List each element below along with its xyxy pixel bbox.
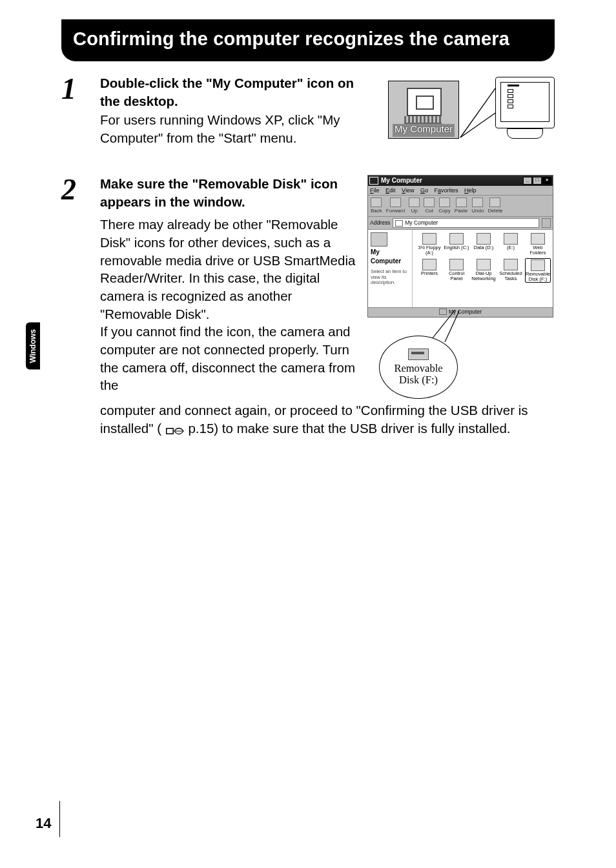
callout-line2: Disk (F:) xyxy=(399,374,438,386)
step-2-para2c: p.15) to make sure that the USB driver i… xyxy=(188,421,510,436)
dialup-icon xyxy=(477,259,491,270)
explorer-items-grid: 3½ Floppy (A:) English (C:) Data (D:) (E… xyxy=(413,230,553,307)
removable-icon xyxy=(531,259,545,271)
toolbar-delete[interactable]: Delete xyxy=(488,197,502,215)
window-close-button[interactable]: × xyxy=(542,177,551,185)
step-1-body: For users running Windows XP, click "My … xyxy=(100,112,340,145)
explorer-toolbar: Back Forward Up Cut Copy Paste Undo Dele… xyxy=(368,196,553,217)
step-2: 2 Make sure the "Removable Disk" icon ap… xyxy=(61,175,555,437)
toolbar-up[interactable]: Up xyxy=(409,197,420,215)
drive-d[interactable]: Data (D:) xyxy=(471,232,497,257)
cpanel-icon xyxy=(449,259,464,270)
step-1: 1 Double-click the "My Computer" icon on… xyxy=(61,74,555,152)
toolbar-back[interactable]: Back xyxy=(371,197,382,215)
removable-disk-icon xyxy=(408,348,429,360)
explorer-menubar[interactable]: FFileile Edit View Go Favorites Help xyxy=(368,186,553,196)
toolbar-copy[interactable]: Copy xyxy=(438,197,451,215)
page-number: 14 xyxy=(36,815,51,832)
explorer-title-text: My Computer xyxy=(381,176,422,185)
printer-icon xyxy=(422,259,436,270)
step-2-number: 2 xyxy=(61,175,91,437)
step-1-number: 1 xyxy=(61,74,91,152)
callout-wrap: Removable Disk (F:) xyxy=(367,323,555,400)
address-label: Address xyxy=(370,219,390,227)
step-2-para1: There may already be other "Removable Di… xyxy=(100,217,355,321)
drive-floppy[interactable]: 3½ Floppy (A:) xyxy=(416,232,442,257)
explorer-sysmenu-icon xyxy=(369,177,378,185)
window-min-button[interactable]: _ xyxy=(523,177,532,185)
dialup-networking[interactable]: Dial-Up Networking xyxy=(471,258,497,283)
monitor-illustration xyxy=(495,77,555,141)
step-1-illustration: My Computer xyxy=(376,74,555,152)
status-icon xyxy=(439,308,447,315)
menu-favorites[interactable]: Favorites xyxy=(435,187,458,194)
address-field[interactable]: My Computer xyxy=(393,218,539,228)
page-number-rule xyxy=(59,801,60,837)
drive-icon xyxy=(449,233,464,245)
explorer-window: My Computer _ □ × FFileile Edit Vi xyxy=(367,175,553,318)
step-1-headline: Double-click the "My Computer" icon on t… xyxy=(100,74,366,110)
step-2-illustration: My Computer _ □ × FFileile Edit Vi xyxy=(367,175,555,400)
left-pane-title2: Computer xyxy=(371,257,409,266)
menu-edit[interactable]: Edit xyxy=(385,187,396,194)
explorer-statusbar: My Computer xyxy=(368,307,553,316)
callout-arrow-icon xyxy=(459,86,500,143)
callout-line1: Removable xyxy=(394,363,442,374)
toolbar-forward[interactable]: Forward xyxy=(386,197,405,215)
toolbar-cut[interactable]: Cut xyxy=(424,197,435,215)
scheduled-tasks[interactable]: Scheduled Tasks xyxy=(498,258,524,283)
web-folders[interactable]: Web Folders xyxy=(525,232,551,257)
section-title-bar: Confirming the computer recognizes the c… xyxy=(61,19,555,61)
my-computer-desktop-icon: My Computer xyxy=(388,81,459,139)
explorer-left-pane: My Computer Select an item to view its d… xyxy=(368,230,413,307)
cd-icon xyxy=(504,233,518,245)
drive-c[interactable]: English (C:) xyxy=(444,232,469,257)
window-max-button[interactable]: □ xyxy=(533,177,542,185)
left-pane-desc: Select an item to view its description. xyxy=(371,269,409,285)
floppy-icon xyxy=(422,233,436,245)
removable-disk-f[interactable]: Removable Disk (F:) xyxy=(525,258,551,283)
menu-file[interactable]: FFileile xyxy=(370,187,380,194)
svg-rect-5 xyxy=(167,429,172,434)
left-pane-computer-icon xyxy=(371,232,387,247)
drive-e[interactable]: (E:) xyxy=(498,232,524,257)
address-icon xyxy=(395,220,403,227)
printers-folder[interactable]: Printers xyxy=(416,258,442,283)
my-computer-icon-label: My Computer xyxy=(389,123,458,136)
explorer-addressbar: Address My Computer xyxy=(368,217,553,230)
left-pane-title1: My xyxy=(371,248,409,257)
menu-go[interactable]: Go xyxy=(420,187,428,194)
address-dropdown[interactable] xyxy=(542,218,551,228)
section-title: Confirming the computer recognizes the c… xyxy=(73,28,543,50)
menu-view[interactable]: View xyxy=(402,187,414,194)
removable-disk-callout: Removable Disk (F:) xyxy=(379,336,458,399)
address-value: My Computer xyxy=(405,219,438,227)
schedule-icon xyxy=(504,259,518,270)
side-tab-windows: Windows xyxy=(26,323,40,370)
svg-line-1 xyxy=(460,110,499,137)
control-panel[interactable]: Control Panel xyxy=(444,258,469,283)
toolbar-undo[interactable]: Undo xyxy=(471,197,484,215)
drive-icon xyxy=(477,233,491,245)
status-text: My Computer xyxy=(449,308,482,316)
page-reference-icon xyxy=(165,423,185,435)
toolbar-paste[interactable]: Paste xyxy=(455,197,467,215)
step-2-headline: Make sure the "Removable Disk" icon appe… xyxy=(100,175,357,210)
explorer-titlebar: My Computer _ □ × xyxy=(368,176,553,186)
globe-icon xyxy=(531,233,545,245)
menu-help[interactable]: Help xyxy=(464,187,477,194)
step-2-para2a: If you cannot find the icon, the camera … xyxy=(100,324,355,392)
svg-line-0 xyxy=(460,88,495,137)
